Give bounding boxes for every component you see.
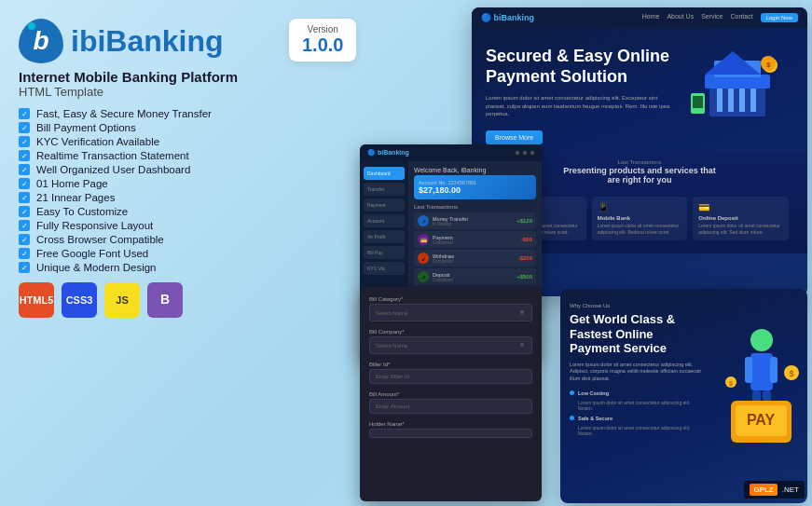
feature-label: Unique & Modern Design [36,262,157,273]
nav-link-home: Home [642,13,660,22]
hero2-title: Get World Class & Fastest Online Payment… [570,312,705,356]
bullet-icon [19,220,30,231]
form-input-holder[interactable] [369,429,532,438]
feature-dot-icon [570,416,574,420]
hero2-feature-safe: Safe & Secure [570,416,705,421]
hero-login-button[interactable]: Login Now [761,13,798,22]
feature-item: KYC Verification Available [19,136,261,147]
feature-item: Well Organized User Dashboard [19,164,261,175]
version-number: 1.0.0 [302,34,343,56]
feature-label: Fast, Easy & Secure Money Transfer [36,108,212,119]
bullet-icon [19,192,30,203]
tx-amount: -$200 [518,255,532,261]
svg-rect-13 [693,96,703,108]
low-cost-desc: Lorem ipsum dolor sit amet consectetur a… [578,400,705,412]
form-input-company[interactable]: Select Name ▼ [369,336,532,354]
hero-nav-links: Home About Us Service Contact Login Now [642,13,798,22]
dropdown-arrow-icon: ▼ [518,341,526,349]
form-group-category: Bill Category* Select Name ▼ [369,296,532,321]
sidebar-transfer[interactable]: Transfer [364,183,405,196]
sidebar-payment[interactable]: Payment [364,198,405,212]
feature-item: Cross Browser Compatible [19,234,261,245]
feature-label: 21 Innear Pages [36,192,115,203]
logo-icon [19,19,63,63]
bill-form-screenshot: Bill Category* Select Name ▼ Bill Compan… [360,287,542,501]
js-icon: JS [104,282,140,318]
bootstrap-svg: B [156,291,174,309]
tx-icon-withdraw: ↙ [418,253,429,264]
deposit-icon: 💳 [698,202,783,212]
form-input-category[interactable]: Select Name ▼ [369,304,532,321]
mobile-icon: 📱 [598,202,682,212]
tx-icon-payment: 💳 [418,234,429,245]
hero-desc: Lorem ipsum dolor sit amet consectetur a… [486,94,672,117]
dash-tx-title: Last Transactions [414,204,536,210]
feature-dot-icon [570,390,574,395]
bullet-icon [19,178,30,189]
hero-content: Secured & Easy Online Payment Solution L… [472,28,807,154]
dash-tx-row: ↗ Money Transfer In Waiting +$120 [414,212,536,229]
hero-cta-button[interactable]: Browse More [486,130,543,144]
deposit-desc: Lorem ipsum dolor sit amet consectetur a… [698,223,783,235]
hero-card-deposit: 💳 Online Deposit Lorem ipsum dolor sit a… [693,197,789,240]
deposit-title: Online Deposit [698,215,783,221]
dash-header: 🔵 biBanking [360,144,542,161]
payment-svg: PAY $ $ [717,312,805,480]
form-group-holder: Holder Name* [369,421,532,438]
tx-icon-transfer: ↗ [418,215,429,226]
version-label: Version [302,24,343,34]
feature-label: Easy To Customize [36,206,128,217]
tx-amount: +$120 [516,218,532,224]
nav-dot [516,151,519,155]
hero-title: Secured & Easy Online Payment Solution [486,47,672,87]
form-group-biller-id: Biller Id* Enter Biller Id [369,362,532,384]
form-label-holder: Holder Name* [369,421,532,427]
svg-text:PAY: PAY [746,412,775,428]
gplz-badge: GPLZ .NET [744,481,805,499]
nav-link-contact: Contact [731,13,753,22]
form-input-placeholder: Enter Biller Id [376,374,409,379]
svg-rect-17 [770,357,778,383]
sidebar-bill[interactable]: Bill Pay [364,246,405,259]
feature-label: Cross Browser Compatible [36,234,164,245]
feature-label: 01 Home Page [36,178,108,189]
feature-item: Easy To Customize [19,206,261,217]
sidebar-account[interactable]: Account [364,214,405,227]
svg-point-14 [750,329,773,351]
bullet-icon [19,136,30,147]
feature-label: Fully Responsive Layout [36,220,153,231]
form-content: Bill Category* Select Name ▼ Bill Compan… [360,287,542,455]
nav-link-about: About Us [667,13,694,22]
dash-nav [516,151,534,155]
hero2-text-area: Why Choose Us Get World Class & Fastest … [560,289,714,503]
sidebar-kyc[interactable]: KYC Val. [364,262,405,275]
svg-rect-16 [745,357,752,383]
left-panel: ibiBanking Internet Mobile Banking Platf… [0,0,280,506]
hero-nav-logo: 🔵 biBanking [481,13,534,22]
subtitle: Internet Mobile Banking Platform [19,69,261,85]
dash-logo: 🔵 biBanking [367,149,409,157]
sidebar-profit[interactable]: Air Profit [364,230,405,243]
svg-rect-15 [750,353,773,390]
hero-3d-graphic: $ [686,47,789,130]
svg-rect-5 [728,89,734,112]
sidebar-dashboard[interactable]: Dashboard [364,167,405,180]
tx-sub: In Waiting [433,222,516,226]
feature-item: Fully Responsive Layout [19,220,261,231]
logo-text: ibiBanking [71,24,224,59]
svg-rect-7 [750,89,756,112]
feature-item: Fast, Easy & Secure Money Transfer [19,108,261,119]
feature-item: Bill Payment Options [19,122,261,133]
svg-text:$: $ [729,380,733,387]
nav-dot [530,151,534,155]
hero2-screenshot: Why Choose Us Get World Class & Fastest … [560,289,807,503]
form-input-amount[interactable]: Enter Amount [369,399,532,414]
hero2-feature-low-cost: Low Costing [570,390,705,396]
form-input-biller-id[interactable]: Enter Biller Id [369,369,532,384]
svg-text:B: B [160,292,170,307]
tech-icons-row: HTML5 CSS3 JS B [19,282,261,318]
dash-account-card: Account No. 1234567891 $27,180.00 [414,175,536,199]
feature-label: KYC Verification Available [36,136,159,147]
form-label-biller-id: Biller Id* [369,362,532,367]
hero2-illustration: PAY $ $ [714,289,807,503]
